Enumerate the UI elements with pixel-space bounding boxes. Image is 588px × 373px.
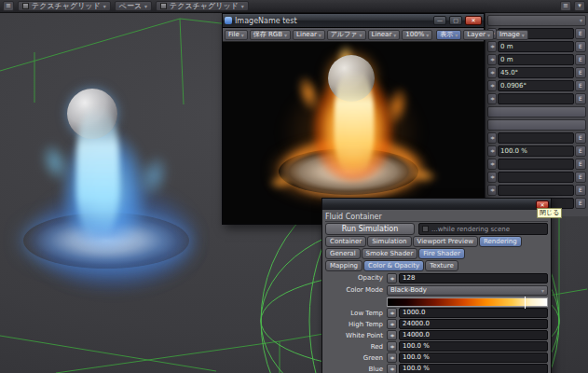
stepper[interactable]: ◀▶ bbox=[487, 132, 497, 144]
panel-wide-button[interactable] bbox=[487, 119, 586, 131]
button-label: アルファ bbox=[331, 31, 358, 39]
stepper[interactable]: ◀▶ bbox=[487, 93, 497, 104]
property-value-field[interactable] bbox=[498, 172, 574, 183]
maximize-button[interactable]: ▢ bbox=[449, 16, 462, 25]
blue-field[interactable]: 100.0 % bbox=[399, 364, 548, 373]
top-toolbar: ≡ テクスチャグリッド ▾ ペース ▾ テクスチャグリッド ▾ ≡ ▾ bbox=[0, 0, 588, 13]
stepper[interactable]: ◀▶ bbox=[387, 364, 397, 373]
toolbar-dropdown-pace[interactable]: ペース ▾ bbox=[115, 1, 152, 11]
fluid-window-titlebar[interactable]: ✕ bbox=[322, 199, 551, 210]
stepper[interactable]: ◀▶ bbox=[487, 159, 497, 170]
window-icon bbox=[225, 17, 232, 24]
stepper[interactable]: ◀▶ bbox=[387, 341, 397, 352]
chevron-down-icon: ▾ bbox=[144, 2, 147, 10]
stepper[interactable]: ◀▶ bbox=[487, 145, 497, 157]
red-field[interactable]: 100.0 % bbox=[399, 341, 548, 352]
envelope-button[interactable]: E bbox=[575, 67, 586, 78]
property-value-field[interactable] bbox=[498, 132, 574, 144]
envelope-button[interactable]: E bbox=[575, 80, 586, 91]
stepper[interactable]: ◀▶ bbox=[487, 54, 497, 65]
file-menu-button[interactable]: File ▾ bbox=[225, 30, 248, 40]
tab-mapping[interactable]: Mapping bbox=[325, 260, 362, 271]
menu-icon[interactable]: ≡ bbox=[3, 1, 14, 11]
layer-dropdown[interactable]: Layer ▾ bbox=[463, 30, 494, 40]
green-field[interactable]: 100.0 % bbox=[399, 352, 548, 363]
item-select-dropdown[interactable]: ▾ bbox=[487, 15, 586, 26]
app-window: ≡ テクスチャグリッド ▾ ペース ▾ テクスチャグリッド ▾ ≡ ▾ ▾ bbox=[0, 0, 588, 373]
panel-wide-button[interactable] bbox=[487, 106, 586, 117]
tab-simulation[interactable]: Simulation bbox=[367, 236, 411, 247]
white-point-field[interactable]: 14000.0 bbox=[399, 330, 548, 340]
toolbar-dropdown-texture-grid-1[interactable]: テクスチャグリッド ▾ bbox=[18, 1, 111, 11]
property-value-field[interactable]: 0.0906° bbox=[498, 80, 574, 91]
stepper[interactable]: ◀▶ bbox=[487, 172, 497, 183]
tab-container[interactable]: Container bbox=[325, 236, 366, 247]
stepper[interactable]: ◀▶ bbox=[487, 185, 497, 196]
save-rgb-dropdown[interactable]: 保存 RGB ▾ bbox=[250, 30, 291, 40]
envelope-button[interactable]: E bbox=[575, 185, 586, 196]
gray-sphere bbox=[328, 55, 375, 102]
gradient-marker[interactable] bbox=[525, 297, 526, 309]
stepper[interactable]: ◀▶ bbox=[387, 319, 397, 329]
property-value-field[interactable] bbox=[498, 159, 574, 170]
high-temp-field[interactable]: 24000.0 bbox=[399, 319, 548, 329]
property-value-field[interactable] bbox=[498, 93, 574, 104]
tab-smoke-shader[interactable]: Smoke Shader bbox=[362, 248, 418, 259]
button-label: 保存 RGB bbox=[253, 31, 282, 39]
colorspace-dropdown[interactable]: Linear ▾ bbox=[293, 30, 325, 40]
fire-core bbox=[335, 70, 374, 174]
tab-fire-shader[interactable]: Fire Shader bbox=[418, 248, 465, 259]
tab-color-opacity[interactable]: Color & Opacity bbox=[363, 260, 424, 271]
alpha-dropdown[interactable]: アルファ ▾ bbox=[327, 30, 366, 40]
color-mode-dropdown[interactable]: Black-Body ▾ bbox=[387, 285, 548, 296]
envelope-button[interactable]: E bbox=[575, 198, 586, 209]
envelope-button[interactable]: E bbox=[575, 93, 586, 104]
property-value-field[interactable] bbox=[498, 185, 574, 196]
stepper[interactable]: ◀▶ bbox=[387, 352, 397, 363]
toolbar-list-button[interactable]: ≡ bbox=[560, 1, 571, 11]
checkbox[interactable] bbox=[422, 226, 429, 232]
stepper[interactable]: ◀▶ bbox=[387, 308, 397, 318]
image-viewer-titlebar[interactable]: ImageName test — ▢ ✕ bbox=[223, 14, 484, 28]
tab-texture[interactable]: Texture bbox=[425, 260, 458, 271]
tab-general[interactable]: General bbox=[325, 248, 361, 259]
property-value-field[interactable]: 0 m bbox=[498, 54, 574, 65]
envelope-button[interactable]: E bbox=[575, 145, 586, 157]
tab-viewport-preview[interactable]: Viewport Preview bbox=[413, 236, 478, 247]
envelope-button[interactable]: E bbox=[575, 172, 586, 183]
blackbody-gradient[interactable] bbox=[387, 297, 548, 307]
while-rendering-checkbox-row[interactable]: ...while rendering scene bbox=[418, 223, 548, 235]
envelope-button[interactable]: E bbox=[575, 159, 586, 170]
property-row: ◀▶ 0 m E bbox=[487, 54, 586, 65]
property-value-field[interactable]: 0 m bbox=[498, 41, 574, 52]
toolbar-dropdown-texture-grid-2[interactable]: テクスチャグリッド ▾ bbox=[156, 1, 249, 11]
envelope-button[interactable]: E bbox=[575, 132, 586, 144]
image-dropdown[interactable]: Image ▾ bbox=[496, 30, 528, 40]
envelope-button[interactable]: E bbox=[575, 54, 586, 65]
close-button[interactable]: ✕ bbox=[465, 16, 482, 25]
minimize-button[interactable]: — bbox=[433, 16, 446, 25]
envelope-button[interactable]: E bbox=[575, 41, 586, 52]
property-value-field[interactable]: 100.0 % bbox=[498, 145, 574, 157]
tab-rendering[interactable]: Rendering bbox=[479, 236, 522, 247]
view-mode-dropdown[interactable]: 表示 ▾ bbox=[436, 30, 461, 40]
alpha-colorspace-dropdown[interactable]: Linear ▾ bbox=[368, 30, 401, 40]
envelope-button[interactable]: E bbox=[575, 28, 586, 39]
zoom-dropdown[interactable]: 100% ▾ bbox=[402, 30, 432, 40]
toolbar-dropdown-label: ペース bbox=[119, 2, 142, 10]
opacity-field[interactable]: 128 bbox=[399, 273, 548, 283]
stepper[interactable]: ◀▶ bbox=[387, 273, 397, 283]
run-simulation-button[interactable]: Run Simulation bbox=[325, 223, 415, 235]
stepper[interactable]: ◀▶ bbox=[487, 67, 497, 78]
fire-spill bbox=[260, 168, 303, 197]
button-label: 100% bbox=[405, 31, 424, 39]
stepper-icon: ◀▶ bbox=[490, 161, 494, 166]
button-label: File bbox=[228, 31, 239, 39]
toolbar-dropdown-button[interactable]: ▾ bbox=[574, 1, 585, 11]
stepper[interactable]: ◀▶ bbox=[487, 41, 497, 52]
property-value-field[interactable]: 45.0° bbox=[498, 67, 574, 78]
rendered-image-canvas[interactable] bbox=[223, 42, 484, 224]
stepper[interactable]: ◀▶ bbox=[387, 330, 397, 340]
stepper[interactable]: ◀▶ bbox=[487, 80, 497, 91]
low-temp-field[interactable]: 1000.0 bbox=[399, 308, 548, 318]
